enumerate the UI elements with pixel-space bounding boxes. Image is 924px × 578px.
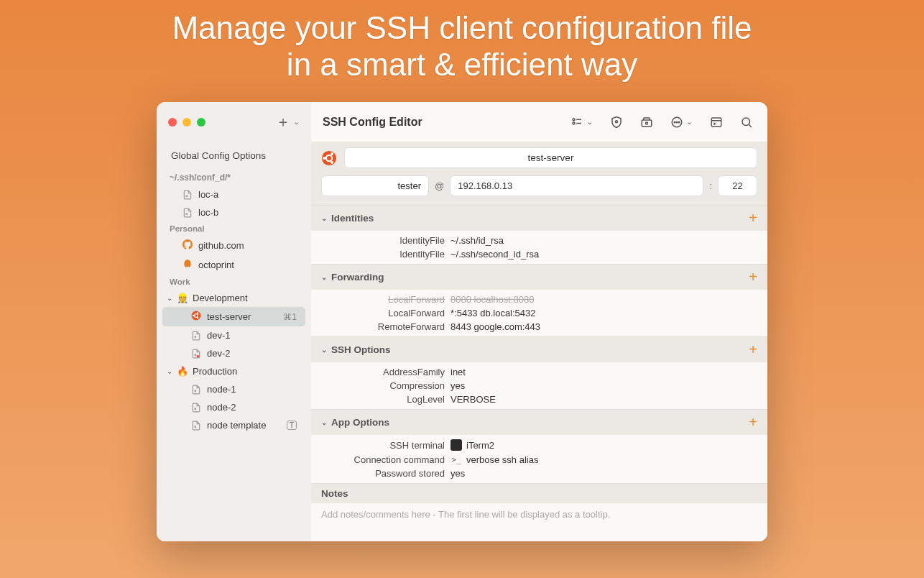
port-input[interactable] [718, 175, 757, 196]
svg-rect-18 [642, 120, 652, 127]
svg-point-1 [186, 213, 188, 214]
iterm-icon [451, 439, 462, 451]
svg-point-26 [742, 118, 750, 126]
chevron-down-icon: ⌄ [321, 346, 327, 354]
kv-key: Password stored [321, 468, 451, 479]
ubuntu-icon [321, 150, 337, 166]
sidebar-item-octoprint[interactable]: octoprint [162, 255, 305, 275]
kv-key: Connection command [321, 454, 451, 465]
kv-key: IdentityFile [321, 249, 451, 260]
svg-point-32 [331, 160, 333, 163]
svg-point-12 [195, 426, 196, 427]
host-address-input[interactable] [450, 175, 703, 196]
notes-textarea[interactable]: Add notes/comments here - The first line… [311, 503, 767, 541]
sidebar-item-node-2[interactable]: node-2 [162, 398, 305, 416]
app-title: SSH Config Editor [323, 116, 422, 129]
section-header-ssh-options[interactable]: ⌄ SSH Options + [311, 336, 767, 362]
kv-key: LocalForward [321, 294, 451, 305]
add-host-button[interactable]: ＋ ⌄ [276, 112, 300, 132]
sidebar-item-node-1[interactable]: node-1 [162, 380, 305, 398]
sidebar-item-loc-a[interactable]: loc-a [162, 185, 305, 203]
sidebar-item-label: github.com [198, 240, 297, 251]
sidebar-item-label: dev-2 [207, 348, 297, 359]
sidebar-item-label: loc-b [198, 207, 297, 218]
kv-key: LocalForward [321, 308, 451, 318]
sidebar-item-test-server[interactable]: test-server ⌘1 [162, 307, 305, 326]
svg-point-6 [197, 317, 198, 318]
kv-row[interactable]: IdentityFile ~/.ssh/second_id_rsa [311, 247, 767, 261]
sidebar-content: Global Config Options ~/.ssh/conf_d/* lo… [157, 142, 311, 437]
section-title: App Options [331, 417, 389, 428]
more-menu-button[interactable]: ⌄ [667, 113, 696, 132]
add-ssh-option-button[interactable]: + [749, 341, 757, 358]
section-body-forwarding: LocalForward 8080 localhost:8080 LocalFo… [311, 290, 767, 336]
section-header-identities[interactable]: ⌄ Identities + [311, 205, 767, 231]
security-button[interactable] [607, 113, 626, 132]
toggle-view-button[interactable]: ⌄ [568, 113, 596, 132]
host-header: @ : [311, 142, 767, 205]
folder-development[interactable]: ⌄ 👷 Development [157, 289, 311, 307]
maximize-button[interactable] [197, 118, 205, 127]
svg-point-5 [197, 312, 198, 313]
sidebar-item-node-template[interactable]: node template T [162, 416, 305, 434]
svg-point-21 [674, 121, 675, 123]
kv-row[interactable]: LocalForward 8080 localhost:8080 [311, 293, 767, 306]
kv-val: >_ verbose ssh alias [451, 454, 757, 465]
minimize-button[interactable] [183, 118, 191, 127]
svg-point-13 [573, 118, 575, 120]
kv-row[interactable]: SSH terminal iTerm2 [311, 438, 767, 452]
host-name-input[interactable] [344, 147, 757, 168]
section-title: SSH Options [331, 344, 391, 355]
svg-rect-24 [711, 118, 721, 127]
section-header-app-options[interactable]: ⌄ App Options + [311, 409, 767, 435]
folder-emoji-icon: 👷 [177, 293, 188, 303]
svg-point-30 [323, 156, 325, 159]
path-group-header: ~/.ssh/conf_d/* [157, 170, 311, 185]
colon-symbol: : [709, 180, 712, 191]
window-controls [168, 118, 205, 127]
kv-val: inet [451, 367, 757, 377]
kv-val: *:5433 db.local:5432 [451, 308, 757, 318]
sidebar-item-dev-2[interactable]: dev-2 [162, 344, 305, 362]
folder-production[interactable]: ⌄ 🔥 Production [157, 362, 311, 380]
sidebar-item-dev-1[interactable]: dev-1 [162, 326, 305, 344]
sidebar-item-label: octoprint [198, 260, 297, 270]
file-error-icon [191, 349, 201, 359]
add-forwarding-button[interactable]: + [749, 269, 757, 285]
kv-row[interactable]: RemoteForward 8443 google.com:443 [311, 320, 767, 334]
kv-row[interactable]: LocalForward *:5433 db.local:5432 [311, 306, 767, 320]
svg-point-8 [195, 354, 196, 355]
chevron-down-icon: ⌄ [586, 117, 593, 127]
kv-row[interactable]: Connection command >_ verbose ssh alias [311, 452, 767, 467]
svg-point-15 [573, 122, 575, 124]
kv-row[interactable]: AddressFamily inet [311, 365, 767, 379]
file-icon [183, 190, 193, 200]
kv-row[interactable]: Password stored yes [311, 467, 767, 480]
sidebar: ＋ ⌄ Global Config Options ~/.ssh/conf_d/… [157, 102, 311, 541]
keys-button[interactable] [637, 113, 656, 132]
template-badge: T [287, 421, 297, 430]
search-button[interactable] [737, 113, 756, 132]
sidebar-item-label: test-server [207, 311, 277, 322]
terminal-button[interactable] [707, 113, 726, 132]
group-header-personal: Personal [157, 221, 311, 236]
add-identity-button[interactable]: + [749, 210, 757, 226]
kv-row[interactable]: IdentityFile ~/.ssh/id_rsa [311, 234, 767, 247]
kv-row[interactable]: Compression yes [311, 379, 767, 393]
folder-emoji-icon: 🔥 [177, 366, 188, 377]
sidebar-item-loc-b[interactable]: loc-b [162, 203, 305, 221]
sidebar-titlebar: ＋ ⌄ [157, 102, 311, 142]
user-input[interactable] [321, 175, 429, 196]
kv-row[interactable]: LogLevel VERBOSE [311, 393, 767, 406]
file-icon [183, 208, 193, 218]
sidebar-item-github[interactable]: github.com [162, 236, 305, 255]
global-config-options[interactable]: Global Config Options [157, 144, 311, 170]
file-icon [191, 403, 201, 413]
ubuntu-icon [191, 311, 201, 323]
svg-point-11 [195, 408, 196, 409]
add-app-option-button[interactable]: + [749, 414, 757, 431]
kv-val: ~/.ssh/second_id_rsa [451, 249, 757, 260]
chevron-down-icon: ⌄ [321, 418, 327, 426]
close-button[interactable] [168, 118, 177, 127]
section-header-forwarding[interactable]: ⌄ Forwarding + [311, 264, 767, 290]
